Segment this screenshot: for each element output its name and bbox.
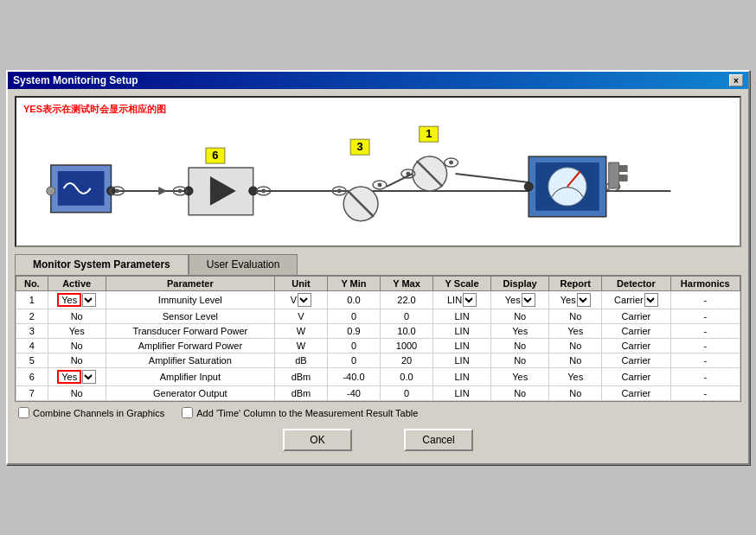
cell-ymin: -40.0	[327, 368, 380, 386]
table-row: 5NoAmplifier SaturationdB020LINNoNoCarri…	[16, 353, 740, 368]
cell-detector: Carrier	[602, 339, 670, 353]
cell-ymax: 20	[381, 353, 433, 368]
cell-unit: dBm	[274, 386, 327, 401]
cell-unit: W	[274, 324, 327, 339]
cell-display: No	[491, 353, 549, 368]
col-header-no: No.	[16, 277, 48, 291]
cell-active[interactable]: Yes▼	[48, 291, 106, 309]
cancel-button[interactable]: Cancel	[404, 429, 473, 451]
yscale-dropdown[interactable]: ▼	[463, 293, 477, 307]
combine-channels-label[interactable]: Combine Channels in Graphics	[18, 407, 164, 418]
svg-point-27	[378, 182, 382, 187]
cell-ymax: 22.0	[381, 291, 433, 309]
table-row: 7NoGenerator OutputdBm-400LINNoNoCarrier…	[16, 386, 740, 401]
svg-text:1: 1	[426, 127, 432, 140]
svg-point-3	[47, 187, 55, 195]
cell-parameter: Sensor Level	[106, 309, 274, 324]
cell-ymin: 0.0	[327, 291, 380, 309]
cell-report: Yes	[549, 368, 602, 386]
cell-display[interactable]: Yes▼	[491, 291, 549, 309]
window-title: System Monitoring Setup	[13, 74, 138, 86]
diagram-svg: 6 3	[16, 98, 740, 245]
report-dropdown[interactable]: ▼	[577, 293, 591, 307]
cell-yscale: LIN	[433, 386, 491, 401]
cell-report: No	[549, 386, 602, 401]
svg-line-37	[456, 174, 529, 182]
cell-harmonics: -	[670, 386, 740, 401]
cell-no: 2	[16, 309, 48, 324]
cell-harmonics: -	[670, 324, 740, 339]
col-header-display: Display	[491, 277, 549, 291]
close-button[interactable]: ×	[729, 74, 743, 86]
col-header-parameter: Parameter	[106, 277, 274, 291]
detector-dropdown[interactable]: ▼	[644, 293, 658, 307]
table-row: 1Yes▼Immunity LevelV▼0.022.0LIN▼Yes▼Yes▼…	[16, 291, 740, 309]
main-window: System Monitoring Setup × YES表示在测试时会显示相应…	[6, 70, 750, 465]
unit-dropdown[interactable]: ▼	[298, 293, 311, 307]
tabs-container: Monitor System Parameters User Evaluatio…	[15, 254, 741, 275]
cell-yscale[interactable]: LIN▼	[433, 291, 491, 309]
cell-ymin: -40	[327, 386, 380, 401]
cell-ymax: 0.0	[381, 368, 433, 386]
cell-ymin: 0	[327, 309, 380, 324]
table-row: 3YesTransducer Forward PowerW0.910.0LINY…	[16, 324, 740, 339]
cell-active: Yes	[48, 324, 106, 339]
table-row: 2NoSensor LevelV00LINNoNoCarrier-	[16, 309, 740, 324]
title-bar: System Monitoring Setup ×	[8, 72, 748, 89]
svg-point-16	[178, 188, 183, 193]
cell-ymax: 10.0	[381, 324, 433, 339]
cell-unit: V	[274, 309, 327, 324]
ok-button[interactable]: OK	[283, 429, 352, 451]
svg-rect-47	[619, 175, 628, 182]
cell-display: No	[491, 339, 549, 353]
buttons-row: OK Cancel	[15, 422, 741, 456]
svg-text:6: 6	[212, 149, 218, 162]
cell-detector[interactable]: Carrier▼	[602, 291, 670, 309]
cell-display: Yes	[491, 324, 549, 339]
col-header-ymax: Y Max	[381, 277, 433, 291]
cell-active: No	[48, 339, 106, 353]
cell-harmonics: -	[670, 368, 740, 386]
cell-yscale: LIN	[433, 368, 491, 386]
cell-no: 6	[16, 368, 48, 386]
col-header-report: Report	[549, 277, 602, 291]
table-row: 6Yes▼Amplifier InputdBm-40.00.0LINYesYes…	[16, 368, 740, 386]
combine-channels-text: Combine Channels in Graphics	[33, 408, 164, 418]
cell-unit[interactable]: V▼	[274, 291, 327, 309]
cell-yscale: LIN	[433, 309, 491, 324]
active-dropdown[interactable]: ▼	[82, 370, 96, 384]
svg-line-36	[387, 174, 413, 187]
cell-ymax: 1000	[381, 339, 433, 353]
title-bar-buttons: ×	[729, 74, 743, 86]
cell-report[interactable]: Yes▼	[549, 291, 602, 309]
cell-unit: dB	[274, 353, 327, 368]
col-header-detector: Detector	[602, 277, 670, 291]
cell-detector: Carrier	[602, 368, 670, 386]
cell-ymin: 0	[327, 339, 380, 353]
cell-no: 3	[16, 324, 48, 339]
combine-channels-checkbox[interactable]	[18, 407, 29, 418]
tab-user-evaluation[interactable]: User Evaluation	[189, 254, 298, 275]
add-time-label[interactable]: Add 'Time' Column to the Measurement Res…	[182, 407, 418, 418]
cell-display: No	[491, 386, 549, 401]
svg-point-6	[115, 188, 119, 193]
cell-detector: Carrier	[602, 353, 670, 368]
add-time-checkbox[interactable]	[182, 407, 193, 418]
cell-ymax: 0	[381, 309, 433, 324]
active-dropdown[interactable]: ▼	[82, 293, 96, 307]
add-time-text: Add 'Time' Column to the Measurement Res…	[196, 408, 418, 418]
diagram-area: YES表示在测试时会显示相应的图	[15, 96, 741, 247]
tab-monitor-system[interactable]: Monitor System Parameters	[15, 254, 189, 275]
cell-display: No	[491, 309, 549, 324]
col-header-yscale: Y Scale	[433, 277, 491, 291]
cell-no: 4	[16, 339, 48, 353]
cell-display: Yes	[491, 368, 549, 386]
col-header-unit: Unit	[274, 277, 327, 291]
col-header-active: Active	[48, 277, 106, 291]
display-dropdown[interactable]: ▼	[522, 293, 535, 307]
svg-point-4	[107, 187, 116, 195]
cell-no: 5	[16, 353, 48, 368]
cell-detector: Carrier	[602, 309, 670, 324]
cell-active[interactable]: Yes▼	[48, 368, 106, 386]
cell-harmonics: -	[670, 291, 740, 309]
